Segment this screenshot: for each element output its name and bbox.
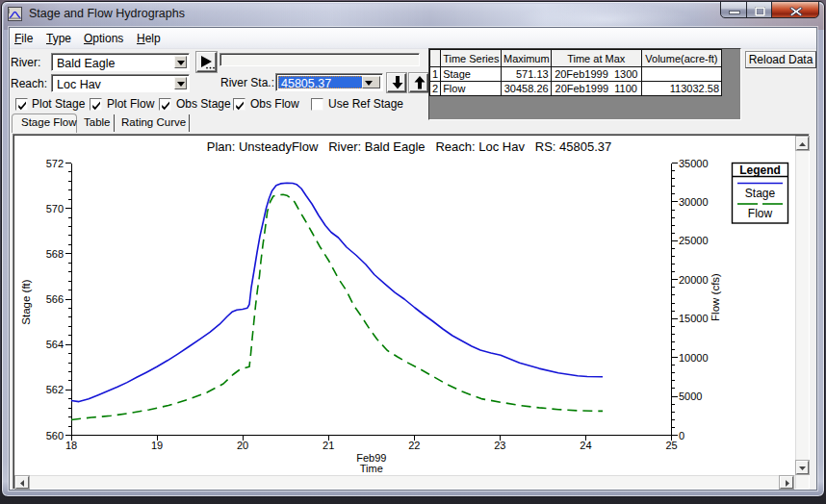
svg-text:5000: 5000 [679,391,702,402]
svg-text:35000: 35000 [679,158,709,169]
svg-text:Plan: UnsteadyFlow River: Ba: Plan: UnsteadyFlow River: Bald Eagle Rea… [207,139,612,154]
svg-text:Time: Time [360,463,383,474]
svg-text:Legend: Legend [739,164,781,177]
svg-text:22: 22 [408,440,420,451]
svg-text:572: 572 [46,158,64,169]
svg-text:566: 566 [46,293,64,305]
svg-text:Flow (cfs): Flow (cfs) [710,273,721,321]
svg-text:Stage: Stage [745,187,776,200]
svg-text:Flow: Flow [748,207,773,220]
svg-text:570: 570 [46,203,64,214]
svg-text:24: 24 [580,440,591,451]
svg-text:21: 21 [323,440,334,451]
svg-text:23: 23 [494,440,505,451]
svg-text:20: 20 [237,440,248,451]
svg-text:568: 568 [46,248,64,260]
svg-text:560: 560 [46,430,64,441]
svg-text:20000: 20000 [679,274,709,286]
svg-text:30000: 30000 [679,196,709,208]
svg-text:562: 562 [46,384,64,395]
svg-text:25000: 25000 [679,235,709,246]
svg-text:25: 25 [665,440,677,451]
svg-text:564: 564 [46,339,64,350]
svg-text:19: 19 [151,440,163,451]
svg-text:Stage (ft): Stage (ft) [20,279,32,324]
svg-text:0: 0 [679,430,684,441]
svg-text:10000: 10000 [679,352,709,364]
svg-text:15000: 15000 [679,313,709,324]
svg-text:18: 18 [65,440,77,451]
